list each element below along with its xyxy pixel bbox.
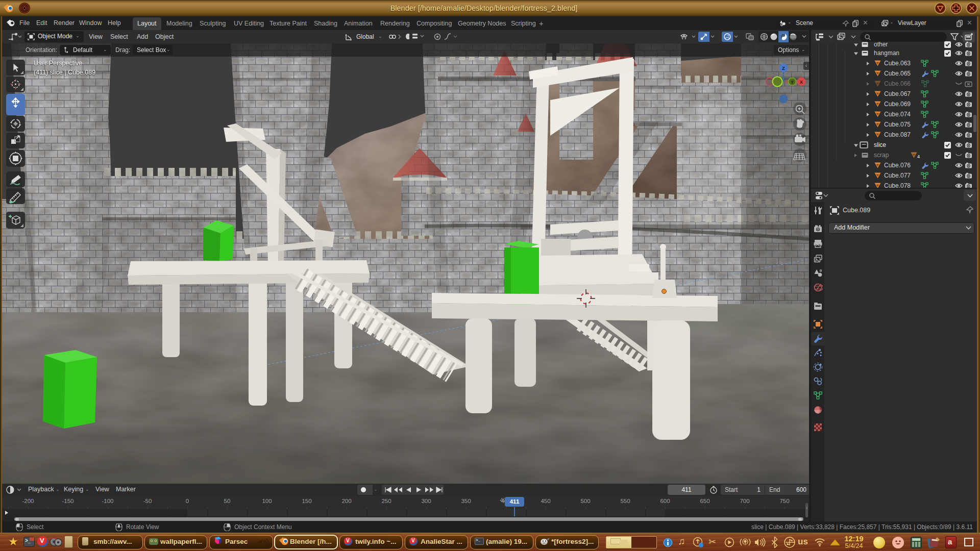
svg-text:Z: Z <box>782 65 785 71</box>
svg-text:Y: Y <box>791 80 794 85</box>
svg-text:X: X <box>800 79 803 85</box>
